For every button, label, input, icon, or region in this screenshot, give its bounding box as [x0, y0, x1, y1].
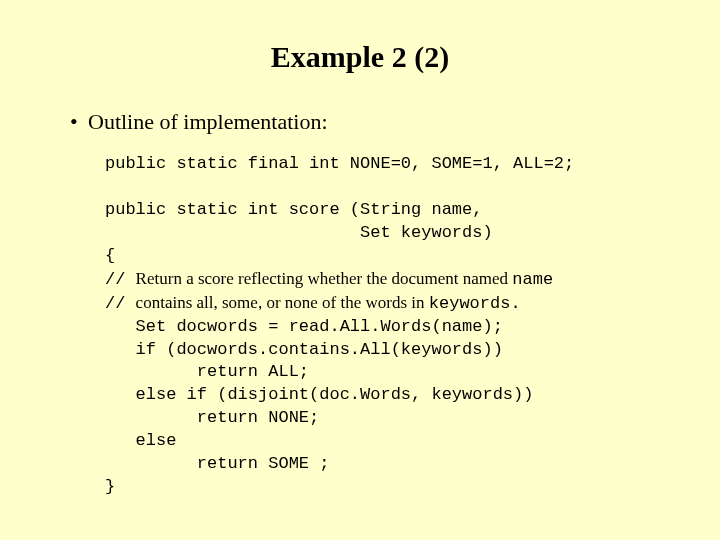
- bullet-text: Outline of implementation:: [88, 109, 328, 134]
- code-line: }: [105, 477, 115, 496]
- comment-line: // Return a score reflecting whether the…: [105, 270, 553, 289]
- code-line: public static final int NONE=0, SOME=1, …: [105, 154, 574, 173]
- bullet-item: •Outline of implementation:: [70, 109, 670, 135]
- code-line: return ALL;: [105, 362, 309, 381]
- bullet-dot: •: [70, 109, 88, 135]
- slide-title: Example 2 (2): [50, 40, 670, 74]
- code-line: return NONE;: [105, 408, 319, 427]
- comment-line: // contains all, some, or none of the wo…: [105, 294, 521, 313]
- slide: Example 2 (2) •Outline of implementation…: [0, 0, 720, 519]
- code-line: {: [105, 246, 115, 265]
- code-line: return SOME ;: [105, 454, 329, 473]
- code-line: else if (disjoint(doc.Words, keywords)): [105, 385, 533, 404]
- code-block: public static final int NONE=0, SOME=1, …: [105, 153, 670, 499]
- code-line: if (docwords.contains.All(keywords)): [105, 340, 503, 359]
- code-line: Set keywords): [105, 223, 493, 242]
- code-line: public static int score (String name,: [105, 200, 482, 219]
- code-line: else: [105, 431, 176, 450]
- code-line: Set docwords = read.All.Words(name);: [105, 317, 503, 336]
